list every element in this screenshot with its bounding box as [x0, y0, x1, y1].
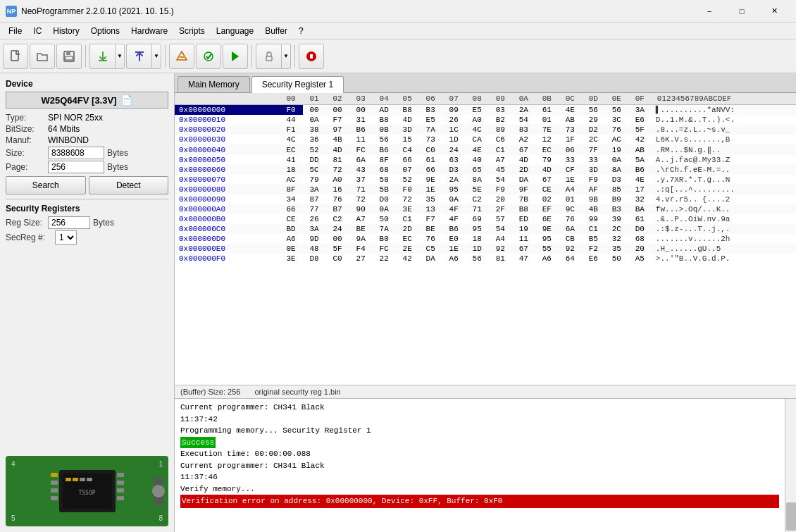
hex-byte[interactable]: 67 [535, 175, 559, 185]
hex-byte[interactable]: 72 [326, 165, 349, 175]
hex-byte[interactable]: 92 [489, 244, 512, 254]
log-content[interactable]: Current programmer: CH341 Black 11:37:42… [175, 399, 785, 532]
hex-byte[interactable]: 1D [442, 135, 466, 144]
size-input[interactable] [48, 147, 104, 159]
table-row[interactable]: 0x00000070AC79A03758529E2A8A54DA671EF9D3… [175, 175, 796, 185]
hex-byte[interactable]: 8F [373, 155, 396, 165]
menu-file[interactable]: File [3, 23, 27, 39]
hex-byte[interactable]: D0 [628, 224, 652, 234]
hex-byte[interactable]: F9 [582, 175, 605, 185]
hex-byte[interactable]: 24 [442, 144, 466, 155]
hex-byte[interactable]: 2D [512, 165, 535, 175]
hex-byte[interactable]: 11 [349, 135, 373, 144]
hex-byte[interactable]: A6 [280, 234, 303, 244]
hex-byte[interactable]: 5F [326, 244, 349, 254]
hex-byte[interactable]: B5 [582, 234, 605, 244]
hex-byte[interactable]: 56 [605, 105, 628, 116]
hex-byte[interactable]: 4E [559, 105, 582, 116]
hex-byte[interactable]: 99 [582, 214, 605, 224]
hex-byte[interactable]: EC [280, 144, 303, 155]
hex-byte[interactable]: 44 [280, 115, 303, 125]
hex-byte[interactable]: D3 [442, 165, 466, 175]
hex-byte[interactable]: 64 [559, 254, 582, 264]
hex-byte[interactable]: 9D [303, 234, 326, 244]
hex-byte[interactable]: A4 [559, 185, 582, 194]
hex-byte[interactable]: 76 [605, 125, 628, 135]
menu-help[interactable]: ? [293, 23, 309, 39]
hex-byte[interactable]: CE [535, 185, 559, 194]
hex-byte[interactable]: AB [559, 115, 582, 125]
hex-byte[interactable]: D2 [582, 125, 605, 135]
hex-byte[interactable]: 2F [489, 204, 512, 214]
hex-byte[interactable]: 97 [326, 125, 349, 135]
hex-byte[interactable]: 72 [396, 194, 419, 204]
hex-byte[interactable]: 4D [512, 155, 535, 165]
hex-byte[interactable]: 8F [280, 185, 303, 194]
hex-byte[interactable]: BE [419, 224, 442, 234]
hex-byte[interactable]: DA [512, 175, 535, 185]
hex-byte[interactable]: 12 [535, 135, 559, 144]
hex-byte[interactable]: 24 [326, 224, 349, 234]
hex-byte[interactable]: 87 [303, 194, 326, 204]
table-row[interactable]: 0x000000808F3A16715BF01E955EF99FCEA4AF85… [175, 185, 796, 194]
hex-byte[interactable]: F7 [419, 214, 442, 224]
hex-byte[interactable]: 5B [373, 185, 396, 194]
hex-byte[interactable]: A6 [535, 254, 559, 264]
lock-dropdown-button[interactable]: ▼ [281, 44, 291, 69]
hex-byte[interactable]: 42 [628, 135, 652, 144]
hex-byte[interactable]: A7 [489, 155, 512, 165]
hex-byte[interactable]: 26 [303, 214, 326, 224]
hex-byte[interactable]: 01 [559, 194, 582, 204]
table-row[interactable]: 0x000000D0A69D009AB0EC76E018A41195CBB532… [175, 234, 796, 244]
hex-byte[interactable]: 0A [605, 155, 628, 165]
hex-byte[interactable]: 2A [442, 175, 466, 185]
hex-byte[interactable]: 4B [582, 204, 605, 214]
hex-byte[interactable]: 81 [326, 155, 349, 165]
hex-byte[interactable]: 3C [605, 115, 628, 125]
hex-byte[interactable]: 31 [349, 115, 373, 125]
hex-byte[interactable]: AD [373, 105, 396, 116]
maximize-button[interactable]: □ [726, 0, 758, 23]
hex-byte[interactable]: B3 [419, 105, 442, 116]
hex-byte[interactable]: 95 [466, 224, 489, 234]
tab-security-register[interactable]: Security Register 1 [251, 76, 344, 93]
hex-byte[interactable]: 5E [466, 185, 489, 194]
hex-byte[interactable]: 79 [535, 155, 559, 165]
hex-byte[interactable]: 3E [396, 204, 419, 214]
hex-byte[interactable]: 8A [605, 165, 628, 175]
hex-byte[interactable]: 4B [326, 135, 349, 144]
hex-byte[interactable]: F0 [280, 105, 303, 116]
hex-byte[interactable]: 2C [582, 135, 605, 144]
hex-byte[interactable]: 39 [605, 214, 628, 224]
hex-byte[interactable]: C1 [489, 144, 512, 155]
read-chip-button[interactable] [89, 44, 115, 69]
menu-ic[interactable]: IC [27, 23, 47, 39]
hex-byte[interactable]: B8 [512, 204, 535, 214]
hex-byte[interactable]: 3D [396, 125, 419, 135]
tab-main-memory[interactable]: Main Memory [178, 76, 250, 92]
hex-byte[interactable]: 81 [489, 254, 512, 264]
hex-byte[interactable]: 7F [582, 144, 605, 155]
hex-byte[interactable]: 73 [559, 125, 582, 135]
hex-byte[interactable]: 13 [419, 204, 442, 214]
hex-byte[interactable]: B6 [442, 224, 466, 234]
hex-byte[interactable]: 7A [419, 125, 442, 135]
hex-byte[interactable]: C0 [419, 144, 442, 155]
hex-byte[interactable]: 58 [373, 175, 396, 185]
table-row[interactable]: 0x000000A06677B7900A3E134F712FB8EF9C4BB3… [175, 204, 796, 214]
hex-byte[interactable]: 54 [489, 224, 512, 234]
hex-byte[interactable]: 89 [489, 125, 512, 135]
verify-button[interactable] [196, 44, 221, 69]
hex-byte[interactable]: CE [280, 214, 303, 224]
hex-byte[interactable]: 50 [373, 214, 396, 224]
hex-byte[interactable]: 3D [582, 165, 605, 175]
hex-byte[interactable]: 15 [396, 135, 419, 144]
hex-byte[interactable]: 5F [628, 125, 652, 135]
hex-byte[interactable]: 2A [512, 105, 535, 116]
hex-byte[interactable]: 4D [535, 165, 559, 175]
hex-byte[interactable]: 72 [349, 194, 373, 204]
hex-byte[interactable]: E6 [628, 115, 652, 125]
hex-editor[interactable]: 00 01 02 03 04 05 06 07 08 09 0A 0B 0C 0… [175, 93, 796, 385]
hex-byte[interactable]: 9E [535, 224, 559, 234]
hex-byte[interactable]: B6 [373, 144, 396, 155]
